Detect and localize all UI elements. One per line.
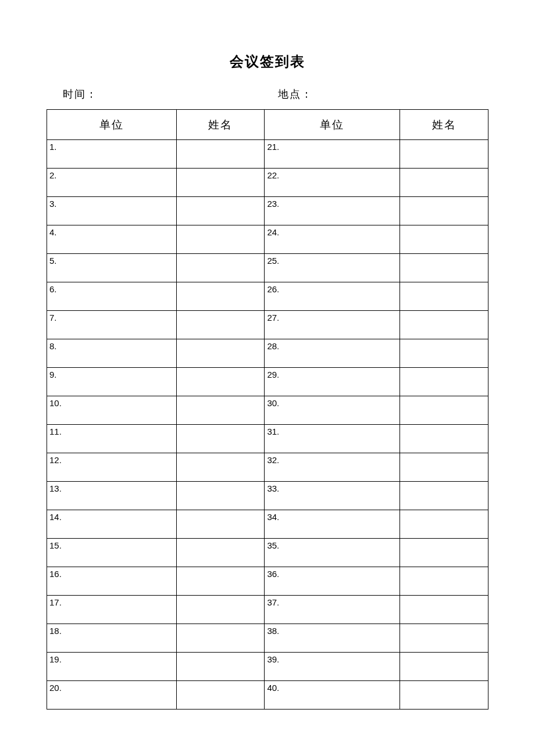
name-cell-left — [176, 681, 265, 710]
name-cell-right — [400, 567, 488, 596]
name-cell-left — [176, 425, 265, 453]
name-cell-left — [176, 510, 265, 539]
name-cell-left — [176, 197, 265, 225]
name-cell-left — [176, 567, 265, 596]
unit-cell-right: 35. — [265, 539, 400, 567]
name-cell-left — [176, 254, 265, 282]
unit-cell-right: 32. — [265, 453, 400, 482]
document-title: 会议签到表 — [47, 52, 488, 71]
unit-cell-left: 5. — [47, 254, 177, 282]
table-row: 1.21. — [47, 140, 488, 169]
time-label: 时间： — [63, 87, 278, 101]
unit-cell-left: 2. — [47, 169, 177, 197]
unit-cell-right: 34. — [265, 510, 400, 539]
name-cell-left — [176, 453, 265, 482]
unit-cell-right: 39. — [265, 653, 400, 681]
unit-cell-left: 11. — [47, 425, 177, 453]
name-cell-right — [400, 681, 488, 710]
name-cell-right — [400, 624, 488, 653]
table-row: 3.23. — [47, 197, 488, 225]
name-cell-left — [176, 169, 265, 197]
unit-cell-right: 27. — [265, 311, 400, 339]
unit-cell-left: 18. — [47, 624, 177, 653]
unit-cell-left: 6. — [47, 282, 177, 311]
name-cell-right — [400, 169, 488, 197]
unit-cell-left: 20. — [47, 681, 177, 710]
unit-cell-right: 23. — [265, 197, 400, 225]
table-header-row: 单位 姓名 单位 姓名 — [47, 110, 488, 140]
table-row: 10.30. — [47, 396, 488, 425]
name-cell-right — [400, 425, 488, 453]
table-row: 20.40. — [47, 681, 488, 710]
unit-cell-left: 12. — [47, 453, 177, 482]
name-cell-left — [176, 596, 265, 624]
unit-cell-right: 25. — [265, 254, 400, 282]
unit-cell-right: 38. — [265, 624, 400, 653]
name-cell-right — [400, 197, 488, 225]
table-row: 17.37. — [47, 596, 488, 624]
table-row: 2.22. — [47, 169, 488, 197]
unit-cell-right: 37. — [265, 596, 400, 624]
name-cell-left — [176, 482, 265, 510]
name-cell-right — [400, 140, 488, 169]
name-cell-left — [176, 539, 265, 567]
name-cell-right — [400, 368, 488, 396]
name-cell-right — [400, 482, 488, 510]
meta-row: 时间： 地点： — [47, 87, 488, 101]
unit-cell-right: 29. — [265, 368, 400, 396]
unit-cell-right: 40. — [265, 681, 400, 710]
unit-cell-right: 28. — [265, 339, 400, 368]
name-cell-left — [176, 282, 265, 311]
unit-cell-left: 9. — [47, 368, 177, 396]
name-cell-left — [176, 225, 265, 254]
name-cell-right — [400, 225, 488, 254]
unit-cell-right: 22. — [265, 169, 400, 197]
unit-cell-right: 30. — [265, 396, 400, 425]
table-row: 9.29. — [47, 368, 488, 396]
unit-cell-left: 16. — [47, 567, 177, 596]
name-cell-left — [176, 624, 265, 653]
name-cell-left — [176, 311, 265, 339]
table-row: 12.32. — [47, 453, 488, 482]
table-row: 18.38. — [47, 624, 488, 653]
document-page: 会议签到表 时间： 地点： 单位 姓名 单位 姓名 1.21.2.22.3.23… — [0, 0, 535, 710]
name-cell-right — [400, 254, 488, 282]
header-unit-left: 单位 — [47, 110, 177, 140]
table-row: 13.33. — [47, 482, 488, 510]
table-row: 8.28. — [47, 339, 488, 368]
signin-table: 单位 姓名 单位 姓名 1.21.2.22.3.23.4.24.5.25.6.2… — [47, 109, 488, 710]
name-cell-right — [400, 596, 488, 624]
table-row: 16.36. — [47, 567, 488, 596]
name-cell-left — [176, 368, 265, 396]
table-row: 4.24. — [47, 225, 488, 254]
name-cell-left — [176, 339, 265, 368]
name-cell-right — [400, 510, 488, 539]
unit-cell-left: 14. — [47, 510, 177, 539]
unit-cell-left: 8. — [47, 339, 177, 368]
table-row: 15.35. — [47, 539, 488, 567]
unit-cell-left: 3. — [47, 197, 177, 225]
unit-cell-left: 1. — [47, 140, 177, 169]
unit-cell-left: 19. — [47, 653, 177, 681]
table-row: 14.34. — [47, 510, 488, 539]
name-cell-right — [400, 311, 488, 339]
table-row: 7.27. — [47, 311, 488, 339]
unit-cell-right: 26. — [265, 282, 400, 311]
unit-cell-left: 7. — [47, 311, 177, 339]
table-row: 19.39. — [47, 653, 488, 681]
name-cell-left — [176, 396, 265, 425]
unit-cell-right: 21. — [265, 140, 400, 169]
name-cell-right — [400, 653, 488, 681]
name-cell-right — [400, 453, 488, 482]
header-name-right: 姓名 — [400, 110, 488, 140]
unit-cell-right: 36. — [265, 567, 400, 596]
unit-cell-left: 4. — [47, 225, 177, 254]
table-row: 5.25. — [47, 254, 488, 282]
unit-cell-right: 33. — [265, 482, 400, 510]
name-cell-left — [176, 140, 265, 169]
name-cell-left — [176, 653, 265, 681]
unit-cell-right: 31. — [265, 425, 400, 453]
name-cell-right — [400, 282, 488, 311]
header-unit-right: 单位 — [265, 110, 400, 140]
name-cell-right — [400, 539, 488, 567]
